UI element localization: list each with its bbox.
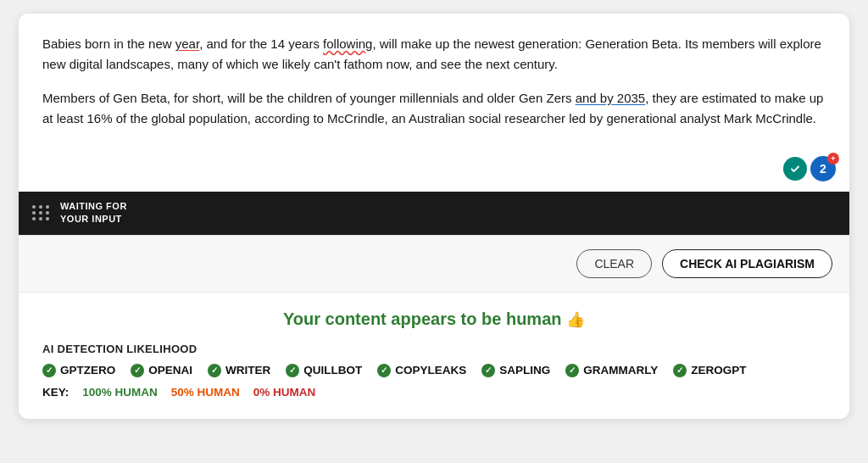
main-container: Babies born in the new year, and for the… <box>19 14 849 419</box>
check-circle-sapling: ✓ <box>481 364 495 377</box>
check-circle-gptzero: ✓ <box>42 364 56 377</box>
detector-label-zerogpt: ZEROGPT <box>691 364 746 377</box>
highlighted-word-following: following <box>323 36 372 51</box>
detector-label-quillbot: QUILLBOT <box>303 364 362 377</box>
button-row: CLEAR CHECK AI PLAGIARISM <box>19 235 849 292</box>
results-section: Your content appears to be human 👍 AI DE… <box>19 292 849 419</box>
svg-point-0 <box>789 163 801 175</box>
detector-gptzero: ✓ GPTZERO <box>42 364 115 377</box>
detector-quillbot: ✓ QUILLBOT <box>286 364 362 377</box>
key-row: KEY: 100% HUMAN 50% HUMAN 0% HUMAN <box>42 386 826 399</box>
status-text: WAITING FOR YOUR INPUT <box>60 200 127 226</box>
detector-label-sapling: SAPLING <box>499 364 550 377</box>
key-0-human: 0% HUMAN <box>253 386 316 399</box>
detector-label-grammarly: GRAMMARLY <box>583 364 658 377</box>
paragraph-1: Babies born in the new year, and for the… <box>42 34 826 75</box>
highlighted-word-year: year <box>175 36 199 51</box>
check-circle-zerogpt: ✓ <box>673 364 687 377</box>
check-circle-writer: ✓ <box>208 364 221 377</box>
highlighted-phrase-and-by-2035: and by 2035 <box>576 91 646 105</box>
dots-grid-icon <box>32 205 50 220</box>
check-ai-plagiarism-button[interactable]: CHECK AI PLAGIARISM <box>662 249 832 278</box>
key-label: KEY: <box>42 386 69 399</box>
detector-copyleaks: ✓ COPYLEAKS <box>377 364 466 377</box>
clear-button[interactable]: CLEAR <box>576 249 652 278</box>
detector-sapling: ✓ SAPLING <box>481 364 550 377</box>
extension-notification-badge: + <box>827 153 839 165</box>
detector-openai: ✓ OPENAI <box>131 364 192 377</box>
check-circle-quillbot: ✓ <box>286 364 299 377</box>
detector-label-openai: OPENAI <box>148 364 192 377</box>
extension-icon-blue[interactable]: 2 + <box>810 156 836 181</box>
thumbs-up-icon: 👍 <box>566 311 585 328</box>
check-circle-copyleaks: ✓ <box>377 364 391 377</box>
detector-row: ✓ GPTZERO ✓ OPENAI ✓ WRITER ✓ QUILLBOT ✓… <box>42 364 826 377</box>
ai-detection-label: AI DETECTION LIKELIHOOD <box>42 343 826 355</box>
detector-label-copyleaks: COPYLEAKS <box>395 364 466 377</box>
extension-icons-group: 2 + <box>783 156 836 181</box>
check-circle-openai: ✓ <box>131 364 144 377</box>
status-bar: WAITING FOR YOUR INPUT <box>19 192 849 235</box>
detector-grammarly: ✓ GRAMMARLY <box>565 364 658 377</box>
text-content-area[interactable]: Babies born in the new year, and for the… <box>19 14 849 192</box>
key-100-human: 100% HUMAN <box>82 386 158 399</box>
detector-label-gptzero: GPTZERO <box>60 364 115 377</box>
detector-label-writer: WRITER <box>225 364 270 377</box>
detector-zerogpt: ✓ ZEROGPT <box>673 364 746 377</box>
paragraph-2: Members of Gen Beta, for short, will be … <box>42 88 826 129</box>
extension-badge-number: 2 <box>820 159 826 178</box>
extension-icon-green[interactable] <box>783 157 807 181</box>
result-headline: Your content appears to be human 👍 <box>42 310 826 329</box>
check-circle-grammarly: ✓ <box>565 364 579 377</box>
key-50-human: 50% HUMAN <box>171 386 240 399</box>
detector-writer: ✓ WRITER <box>208 364 270 377</box>
